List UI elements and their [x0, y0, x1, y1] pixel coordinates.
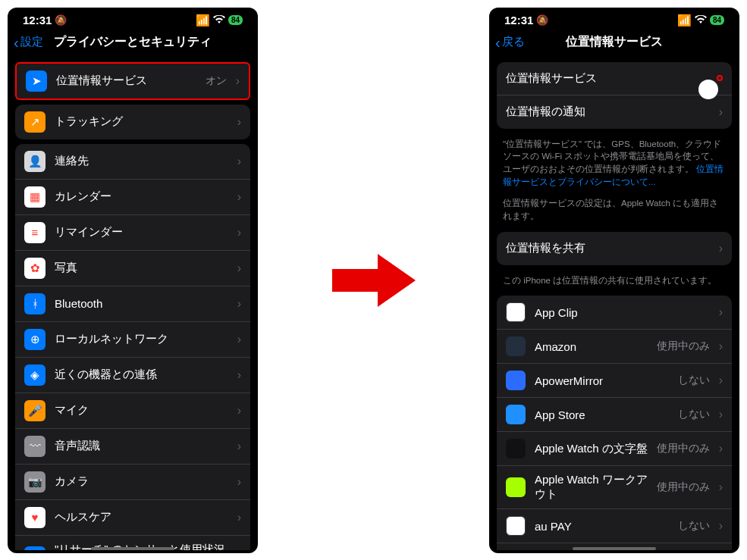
row-label: マイク: [55, 403, 228, 418]
settings-row[interactable]: ▦カレンダー›: [15, 180, 250, 215]
row-label: 近くの機器との連係: [55, 368, 228, 382]
row-label: 位置情報サービス: [56, 74, 196, 88]
settings-row[interactable]: 🎤マイク›: [15, 393, 250, 429]
app-row[interactable]: App Clip›: [497, 296, 732, 330]
row-label: 連絡先: [55, 154, 228, 168]
svg-marker-0: [332, 254, 416, 307]
tracking-group: ↗トラッキング›: [15, 105, 250, 139]
phone-left: 12:31 🔕 📶 84 ‹ 設定 プライバシーとセキュリティ ➤位置情報サービ…: [8, 8, 258, 553]
row-label: トラッキング: [55, 114, 228, 129]
settings-row[interactable]: 👤連絡先›: [15, 144, 250, 180]
apps-group: App Clip›Amazon使用中のみ›ApowerMirrorしない›App…: [497, 296, 732, 549]
app-label: App Clip: [535, 306, 710, 319]
chevron-right-icon: ›: [719, 408, 723, 421]
app-permission: しない: [678, 519, 710, 533]
row-share-location[interactable]: 位置情報を共有 ›: [497, 232, 732, 265]
chevron-right-icon: ›: [237, 368, 241, 382]
settings-row[interactable]: ♥ヘルスケア›: [15, 500, 250, 536]
chevron-right-icon: ›: [237, 440, 241, 453]
speech-icon: 〰: [24, 436, 46, 457]
row-location-toggle[interactable]: 位置情報サービス: [497, 62, 732, 95]
settings-row[interactable]: 〰音声認識›: [15, 429, 250, 465]
chevron-right-icon: ›: [237, 475, 241, 489]
settings-row[interactable]: 📷カメラ›: [15, 465, 250, 500]
battery-indicator: 84: [228, 15, 243, 25]
footer-description: "位置情報サービス" では、GPS、Bluetooth、クラウドソースの Wi-…: [489, 133, 739, 193]
transition-arrow-icon: [328, 250, 419, 311]
row-location-services[interactable]: ➤位置情報サービスオン›: [17, 64, 249, 99]
row-label: ヘルスケア: [55, 510, 228, 524]
settings-row[interactable]: ≡リマインダー›: [15, 215, 250, 251]
chevron-right-icon: ›: [237, 333, 241, 346]
row-label: 音声認識: [55, 439, 228, 453]
app-icon: [506, 405, 526, 424]
chevron-right-icon: ›: [237, 190, 241, 204]
app-row[interactable]: Amazon使用中のみ›: [497, 330, 732, 364]
clock: 12:31: [504, 14, 533, 27]
wifi-icon: [695, 14, 707, 27]
chevron-right-icon: ›: [719, 339, 723, 353]
row-location-alerts[interactable]: 位置情報の通知 ›: [497, 95, 732, 129]
row-label: カレンダー: [55, 189, 228, 204]
chevron-right-icon: ›: [236, 74, 240, 88]
app-permission: しない: [678, 374, 710, 387]
app-icon: [506, 371, 526, 390]
page-title: 位置情報サービス: [489, 34, 739, 50]
app-row[interactable]: App Storeしない›: [497, 398, 732, 432]
location-icon: ➤: [26, 70, 47, 92]
app-permission: しない: [678, 408, 710, 421]
chevron-right-icon: ›: [719, 480, 723, 494]
status-bar: 12:31 🔕 📶 84: [489, 8, 739, 30]
home-indicator: [91, 547, 174, 550]
app-label: Apple Watch ワークアウト: [535, 473, 648, 502]
chevron-right-icon: ›: [237, 261, 241, 275]
app-row[interactable]: ApowerMirrorしない›: [497, 364, 732, 398]
app-icon: [506, 516, 526, 536]
photos-icon: ✿: [24, 258, 46, 279]
app-icon: [506, 302, 526, 322]
page-title: プライバシーとセキュリティ: [8, 34, 258, 50]
row-label: ローカルネットワーク: [55, 332, 228, 346]
phone-right: 12:31 🔕 📶 84 ‹ 戻る 位置情報サービス 位置情報サービス: [489, 8, 739, 553]
highlight-location-services: ➤位置情報サービスオン›: [15, 62, 250, 100]
settings-row[interactable]: ◈近くの機器との連係›: [15, 358, 250, 393]
cell-signal-icon: 📶: [196, 14, 210, 27]
settings-row[interactable]: ⊕ローカルネットワーク›: [15, 322, 250, 358]
chevron-right-icon: ›: [237, 511, 241, 524]
reminders-icon: ≡: [24, 222, 46, 243]
app-permission: 使用中のみ: [657, 442, 710, 455]
wifi-icon: [213, 14, 225, 27]
location-toggle-group: 位置情報サービス 位置情報の通知 ›: [497, 62, 732, 129]
row-label: 写真: [55, 261, 228, 275]
app-label: au PAY: [535, 520, 669, 533]
chevron-right-icon: ›: [237, 404, 241, 418]
camera-icon: 📷: [24, 471, 46, 493]
silent-icon: 🔕: [55, 14, 67, 26]
app-label: Apple Watch の文字盤: [535, 442, 648, 456]
chevron-right-icon: ›: [719, 305, 723, 319]
chevron-right-icon: ›: [719, 374, 723, 387]
silent-icon: 🔕: [536, 14, 548, 26]
app-label: App Store: [535, 408, 669, 421]
app-icon: [506, 439, 526, 458]
health-icon: ♥: [24, 507, 46, 528]
clock: 12:31: [23, 14, 52, 27]
settings-row[interactable]: ᚼBluetooth›: [15, 286, 250, 322]
settings-row[interactable]: ✿写真›: [15, 251, 250, 286]
app-row[interactable]: Apple Watch ワークアウト使用中のみ›: [497, 466, 732, 509]
app-label: Amazon: [535, 340, 648, 353]
app-icon: [506, 336, 526, 356]
app-permission: 使用中のみ: [657, 339, 710, 353]
row-label: 位置情報の通知: [506, 105, 710, 119]
mic-icon: 🎤: [24, 400, 46, 421]
highlight-toggle: [717, 75, 723, 81]
chevron-right-icon: ›: [237, 297, 241, 311]
app-row[interactable]: Apple Watch の文字盤使用中のみ›: [497, 432, 732, 466]
row-label: リマインダー: [55, 225, 228, 239]
research-icon: §: [24, 546, 46, 550]
nearby-icon: ◈: [24, 364, 46, 386]
row-label: 位置情報サービス: [506, 71, 708, 86]
row-tracking[interactable]: ↗トラッキング›: [15, 105, 250, 139]
app-row[interactable]: au PAYしない›: [497, 509, 732, 543]
footer-watch-note: 位置情報サービスの設定は、Apple Watch にも適用されます。: [489, 192, 739, 227]
